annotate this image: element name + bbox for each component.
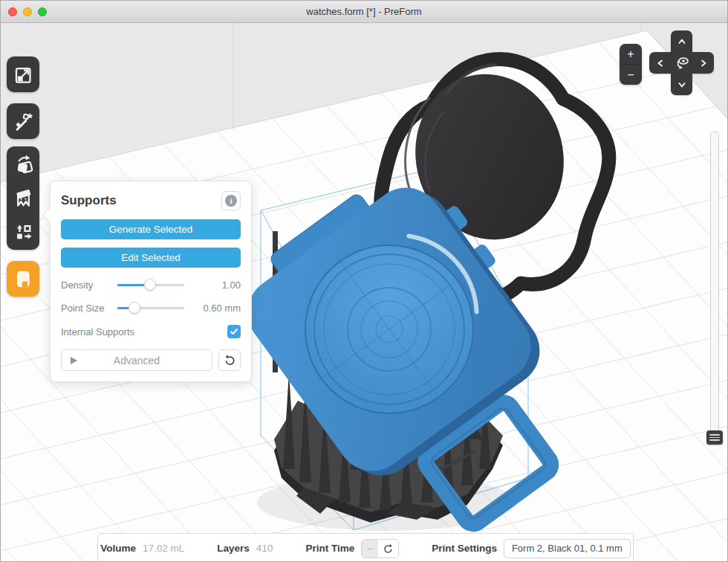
print-time-control: -- bbox=[361, 539, 399, 558]
reset-icon bbox=[224, 354, 236, 366]
chevron-down-icon bbox=[676, 79, 688, 91]
toolbar-button-resize[interactable] bbox=[7, 56, 39, 92]
minimize-window-button[interactable] bbox=[23, 7, 32, 16]
info-button[interactable]: i bbox=[221, 191, 241, 210]
layers-label: Layers bbox=[217, 543, 250, 554]
window-title: watches.form [*] - PreForm bbox=[1, 1, 727, 22]
refresh-icon bbox=[383, 543, 394, 555]
volume-label: Volume bbox=[100, 543, 136, 554]
rotate-icon bbox=[13, 154, 33, 174]
chevron-up-icon bbox=[676, 36, 688, 48]
status-bar: Volume 17.02 mL Layers 410 Print Time -- bbox=[97, 533, 634, 562]
rotate-view-down-button[interactable] bbox=[671, 74, 692, 95]
zoom-out-button[interactable]: − bbox=[620, 64, 642, 85]
point-size-value: 0.60 mm bbox=[184, 303, 241, 314]
toolbar-button-orientation[interactable] bbox=[7, 146, 39, 181]
orbit-view-button[interactable] bbox=[671, 52, 692, 74]
layers-value: 410 bbox=[256, 543, 273, 554]
zoom-in-button[interactable]: + bbox=[620, 44, 642, 64]
cartridge-icon bbox=[12, 268, 34, 290]
layer-slider-track[interactable] bbox=[710, 131, 719, 439]
toolbar-button-one-click-print[interactable] bbox=[7, 103, 39, 139]
reset-button[interactable] bbox=[218, 349, 241, 371]
density-label: Density bbox=[61, 280, 117, 291]
print-settings-label: Print Settings bbox=[432, 543, 497, 554]
point-size-slider-thumb[interactable] bbox=[129, 302, 140, 314]
refresh-print-time-button[interactable] bbox=[378, 540, 398, 558]
checkmark-icon bbox=[230, 327, 238, 336]
layer-slider-handle[interactable] bbox=[706, 430, 723, 445]
info-icon: i bbox=[225, 195, 237, 207]
print-settings-box[interactable]: Form 2, Black 01, 0.1 mm bbox=[504, 539, 631, 558]
density-slider-thumb[interactable] bbox=[144, 279, 156, 291]
density-slider[interactable] bbox=[117, 279, 184, 291]
eye-orbit-icon bbox=[673, 54, 691, 72]
chevron-right-icon bbox=[698, 57, 709, 69]
toolbar-group bbox=[7, 146, 39, 250]
view-dpad bbox=[649, 30, 714, 95]
chevron-left-icon bbox=[654, 57, 666, 69]
preform-window: watches.form [*] - PreForm bbox=[0, 0, 728, 562]
edit-selected-button[interactable]: Edit Selected bbox=[61, 248, 241, 268]
advanced-button[interactable]: Advanced bbox=[61, 349, 212, 371]
rotate-view-left-button[interactable] bbox=[649, 52, 671, 74]
rotate-view-right-button[interactable] bbox=[692, 52, 714, 74]
zoom-window-button[interactable] bbox=[38, 7, 47, 16]
toolbar-button-layout[interactable] bbox=[7, 216, 39, 250]
magic-wand-icon bbox=[13, 112, 33, 132]
panel-title: Supports bbox=[61, 193, 117, 208]
volume-value: 17.02 mL bbox=[143, 543, 184, 554]
close-window-button[interactable] bbox=[8, 7, 17, 16]
expand-triangle-icon bbox=[71, 357, 77, 364]
toolbar-button-supports[interactable] bbox=[7, 181, 39, 215]
rotate-view-up-button[interactable] bbox=[671, 30, 692, 52]
advanced-label: Advanced bbox=[114, 355, 160, 366]
internal-supports-label: Internal Supports bbox=[61, 326, 134, 337]
supports-icon bbox=[13, 188, 33, 208]
layout-icon bbox=[13, 222, 33, 242]
print-time-label: Print Time bbox=[305, 543, 354, 554]
zoom-control: + − bbox=[620, 44, 642, 85]
point-size-label: Point Size bbox=[61, 303, 117, 314]
toolbar-button-print-setup-active[interactable] bbox=[7, 261, 39, 297]
print-time-value: -- bbox=[362, 540, 378, 558]
3d-viewport[interactable]: Supports i Generate Selected Edit Select… bbox=[1, 23, 728, 562]
internal-supports-checkbox[interactable] bbox=[227, 325, 241, 338]
supports-panel: Supports i Generate Selected Edit Select… bbox=[50, 181, 252, 382]
density-value: 1.00 bbox=[184, 280, 241, 291]
resize-icon bbox=[13, 65, 33, 85]
generate-selected-button[interactable]: Generate Selected bbox=[61, 219, 241, 239]
titlebar: watches.form [*] - PreForm bbox=[1, 1, 727, 23]
point-size-slider[interactable] bbox=[117, 302, 184, 314]
